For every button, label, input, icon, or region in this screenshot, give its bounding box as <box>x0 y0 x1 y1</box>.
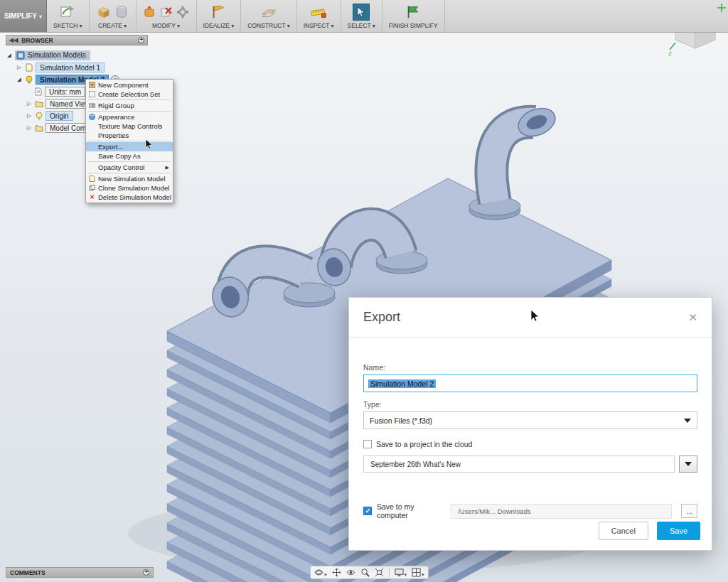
toolbar-group-select[interactable]: SELECT <box>341 0 382 32</box>
chevron-down-icon <box>422 566 424 579</box>
chevron-down-icon <box>177 22 180 29</box>
folder-icon <box>35 124 43 132</box>
toolbar-group-finish-simplify[interactable]: FINISH SIMPLIFY <box>382 0 445 32</box>
cloud-checkbox-row[interactable]: Save to a project in the cloud <box>363 440 697 448</box>
browser-header[interactable]: ◀◀ BROWSER <box>6 35 148 45</box>
tree-label-simulation-models: Simulation Models <box>28 51 86 59</box>
display-settings-button[interactable] <box>395 566 407 579</box>
submenu-arrow-icon: ▶ <box>166 165 169 171</box>
create-box-icon <box>96 4 112 20</box>
chevron-down-icon <box>39 12 42 20</box>
collapsed-triangle-icon[interactable]: ▷ <box>26 124 33 131</box>
save-button[interactable]: Save <box>657 522 700 540</box>
toolbar-group-sketch[interactable]: SKETCH <box>47 0 90 32</box>
toolbar-group-idealize[interactable]: IDEALIZE <box>197 0 242 32</box>
type-select[interactable]: Fusion Files (*.f3d) <box>363 411 697 429</box>
collapsed-triangle-icon[interactable]: ▷ <box>16 64 23 70</box>
computer-checkbox[interactable] <box>363 507 372 515</box>
chevron-down-icon <box>124 22 127 29</box>
project-value: September 26th What's New <box>370 460 461 468</box>
menu-divider <box>88 173 171 173</box>
group-label-inspect: INSPECT <box>304 22 330 29</box>
menu-divider <box>88 111 171 112</box>
menu-item-clone-simulation-model[interactable]: Clone Simulation Model <box>86 183 173 193</box>
dialog-title: Export <box>363 310 400 325</box>
comments-bar[interactable]: COMMENTS <box>6 567 154 578</box>
add-comment-icon[interactable] <box>143 569 149 576</box>
clone-icon <box>89 185 95 191</box>
menu-item-create-selection-set[interactable]: Create Selection Set <box>86 90 173 99</box>
selection-set-icon <box>89 91 95 97</box>
navigation-toolbar <box>310 566 429 579</box>
collapsed-triangle-icon[interactable]: ▷ <box>26 100 33 107</box>
path-value: /Users/Mik... Downloads <box>458 507 530 515</box>
remove-icon <box>159 5 173 19</box>
gear-icon <box>176 5 190 19</box>
finish-flag-icon <box>405 4 421 20</box>
type-value: Fusion Files (*.f3d) <box>370 416 432 425</box>
group-label-idealize: IDEALIZE <box>203 22 230 29</box>
cancel-button[interactable]: Cancel <box>599 522 648 540</box>
toolbar-group-construct[interactable]: CONSTRUCT <box>241 0 296 32</box>
press-pull-icon <box>143 5 157 19</box>
menu-item-delete-simulation-model[interactable]: ✕ Delete Simulation Model <box>86 193 173 202</box>
chevron-down-icon <box>405 566 407 579</box>
close-icon[interactable] <box>688 311 697 324</box>
z-axis-label: Z <box>668 50 672 57</box>
z-axis-line <box>670 43 675 50</box>
menu-item-properties[interactable]: Properties <box>86 131 173 140</box>
delete-x-icon: ✕ <box>88 194 96 201</box>
toolbar-group-inspect[interactable]: INSPECT <box>297 0 341 32</box>
browser-options-icon[interactable] <box>138 37 144 43</box>
toolbar-divider <box>389 568 390 577</box>
toolbar-group-create[interactable]: CREATE <box>90 0 136 32</box>
grid-layout-button[interactable] <box>412 566 424 579</box>
display-settings-icon <box>395 568 404 577</box>
pan-icon <box>332 568 341 577</box>
menu-item-opacity-control[interactable]: Opacity Control ▶ <box>86 163 173 172</box>
look-at-button[interactable] <box>346 568 355 577</box>
browser-title: BROWSER <box>21 37 53 44</box>
collapsed-triangle-icon[interactable]: ▷ <box>26 112 33 119</box>
group-label-select: SELECT <box>348 22 371 29</box>
tree-row-simulation-model-1[interactable]: ▷ Simulation Model 1 <box>6 61 148 73</box>
project-dropdown-button[interactable] <box>679 456 697 473</box>
tree-row-simulation-models[interactable]: ◢ Simulation Models <box>6 49 148 61</box>
pan-button[interactable] <box>332 568 341 577</box>
construct-plane-icon <box>260 4 277 20</box>
browse-button[interactable]: ... <box>681 504 697 518</box>
orbit-button[interactable] <box>314 566 327 579</box>
menu-item-rigid-group[interactable]: Rigid Group <box>86 101 173 110</box>
collapse-panel-icon[interactable]: ◀◀ <box>9 37 18 43</box>
menu-item-export[interactable]: Export... <box>86 142 173 151</box>
mouse-cursor-small <box>145 139 153 150</box>
toolbar-group-modify[interactable]: MODIFY <box>136 0 197 32</box>
new-simulation-model-icon <box>89 176 95 182</box>
origin-bulb-icon <box>35 112 43 120</box>
rigid-group-icon <box>89 102 95 109</box>
save-path-field[interactable]: /Users/Mik... Downloads <box>451 504 672 519</box>
menu-divider <box>88 99 171 100</box>
units-doc-icon <box>34 87 43 96</box>
menu-item-new-simulation-model[interactable]: New Simulation Model <box>86 174 173 183</box>
orbit-icon <box>314 568 323 577</box>
group-label-create: CREATE <box>98 22 122 29</box>
menu-item-appearance[interactable]: Appearance <box>86 112 173 122</box>
cloud-checkbox-label: Save to a project in the cloud <box>376 440 472 448</box>
dropdown-arrow-icon <box>684 419 691 423</box>
project-select-field[interactable]: September 26th What's New <box>363 456 675 473</box>
chevron-down-icon <box>287 22 290 29</box>
menu-item-texture-map-controls[interactable]: Texture Map Controls <box>86 122 173 131</box>
fit-button[interactable] <box>375 568 384 577</box>
name-input[interactable]: Simulation Model 2 <box>363 374 697 392</box>
menu-item-new-component[interactable]: New Component <box>86 80 173 90</box>
zoom-button[interactable] <box>360 568 370 577</box>
name-label: Name: <box>363 363 697 372</box>
simplify-mode-button[interactable]: SIMPLIFY <box>0 0 47 32</box>
expand-triangle-icon[interactable]: ◢ <box>6 52 13 58</box>
expand-triangle-icon[interactable]: ◢ <box>16 76 23 82</box>
cloud-checkbox[interactable] <box>363 440 372 448</box>
tree-label-origin: Origin <box>46 111 73 121</box>
folder-icon <box>35 99 43 108</box>
menu-item-save-copy-as[interactable]: Save Copy As <box>86 151 173 161</box>
